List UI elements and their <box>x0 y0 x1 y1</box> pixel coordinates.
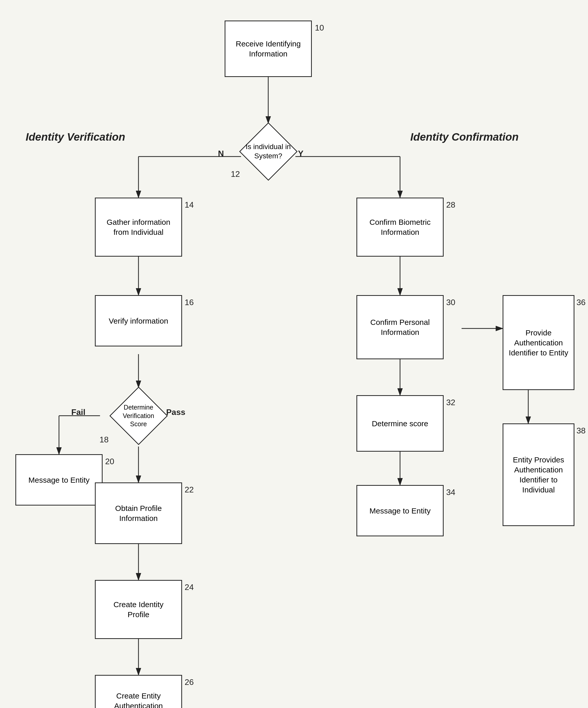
stepnum-34: 34 <box>446 488 456 497</box>
node-34: Message to Entity <box>357 485 444 536</box>
arrow-label-n: N <box>218 149 224 158</box>
node-16: Verify information <box>95 295 182 347</box>
section-label-confirmation: Identity Confirmation <box>410 131 519 143</box>
node-36: Provide Authentication Identifier to Ent… <box>503 295 575 390</box>
stepnum-10: 10 <box>315 23 324 33</box>
stepnum-36: 36 <box>577 298 586 307</box>
stepnum-18: 18 <box>99 435 109 444</box>
arrows-svg <box>0 0 588 708</box>
stepnum-22: 22 <box>185 485 194 495</box>
node-22: Obtain Profile Information <box>95 482 182 544</box>
stepnum-20: 20 <box>105 457 114 466</box>
stepnum-26: 26 <box>185 677 194 687</box>
node-24: Create Identity Profile <box>95 580 182 639</box>
stepnum-24: 24 <box>185 583 194 592</box>
diagram-container: Identity Verification Identity Confirmat… <box>0 0 588 708</box>
arrow-label-pass: Pass <box>166 408 185 417</box>
stepnum-16: 16 <box>185 298 194 307</box>
node-28: Confirm Biometric Information <box>357 198 444 257</box>
node-32: Determine score <box>357 395 444 452</box>
node-20: Message to Entity <box>16 454 102 505</box>
node-10: Receive Identifying Information <box>225 21 312 77</box>
stepnum-12: 12 <box>231 169 240 179</box>
stepnum-28: 28 <box>446 200 456 210</box>
arrow-label-y: Y <box>298 149 303 158</box>
stepnum-14: 14 <box>185 200 194 210</box>
stepnum-30: 30 <box>446 298 456 307</box>
node-12: Is individual in System? <box>240 123 297 180</box>
stepnum-38: 38 <box>577 426 586 436</box>
node-26: Create Entity Authentication Identifier <box>95 675 182 708</box>
arrow-label-fail: Fail <box>71 408 85 417</box>
node-38: Entity Provides Authentication Identifie… <box>503 423 575 526</box>
node-18: Determine Verification Score <box>110 387 167 444</box>
node-14: Gather information from Individual <box>95 198 182 257</box>
section-label-verification: Identity Verification <box>26 131 125 143</box>
node-30: Confirm Personal Information <box>357 295 444 359</box>
stepnum-32: 32 <box>446 398 456 407</box>
